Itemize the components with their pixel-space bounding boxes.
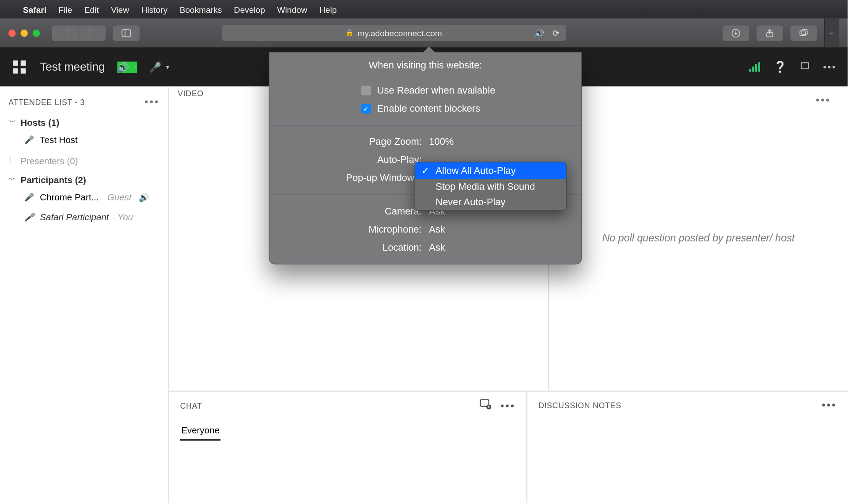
group-hosts[interactable]: ﹀ Hosts (1) [0, 111, 168, 130]
attendee-row[interactable]: 🎤 Chrome Part... Guest 🔊 [0, 187, 168, 207]
menu-window[interactable]: Window [277, 4, 307, 14]
menu-bookmarks[interactable]: Bookmarks [180, 4, 222, 14]
notes-pod-menu[interactable]: ••• [822, 399, 837, 412]
chat-pod-menu[interactable]: ••• [500, 400, 515, 413]
sidebar-icon [121, 28, 131, 38]
microphone-icon: 🎤 [24, 135, 34, 144]
tabs-button[interactable] [790, 25, 817, 41]
microphone-icon: 🎤 [24, 213, 34, 222]
poll-pod-menu[interactable]: ••• [816, 94, 831, 107]
meeting-title: Test meeting [40, 60, 105, 74]
microphone-icon: 🎤 [24, 192, 34, 202]
menu-view[interactable]: View [111, 4, 129, 14]
sound-indicator-icon[interactable]: 🔊 [534, 28, 544, 38]
group-hosts-label: Hosts (1) [21, 117, 60, 127]
adobe-connect-logo-icon [11, 59, 28, 75]
popup-windows-label: Pop-up Windows: [283, 173, 429, 184]
lock-icon: 🔒 [345, 29, 354, 37]
microphone-icon: 🎤 [149, 61, 161, 73]
svg-rect-6 [13, 60, 18, 66]
meeting-menu-button[interactable]: ••• [823, 62, 837, 73]
group-presenters[interactable]: 〉 Presenters (0) [0, 150, 168, 168]
chat-pod: CHAT ••• Everyone [169, 392, 527, 503]
menu-safari[interactable]: Safari [23, 4, 46, 14]
chevron-down-icon: ﹀ [8, 117, 15, 127]
tabs-icon [799, 28, 808, 38]
chat-pod-title: CHAT [180, 402, 202, 411]
speaker-control[interactable]: 🔊 ▾ [117, 61, 137, 73]
menu-file[interactable]: File [59, 4, 72, 14]
attendee-row[interactable]: 🎤 Test Host [0, 130, 168, 150]
video-pod-title: VIDEO [178, 89, 204, 98]
minimize-window-button[interactable] [21, 29, 28, 36]
fullscreen-button[interactable] [800, 61, 810, 73]
back-button[interactable]: 〈 [52, 25, 80, 41]
microphone-perm-value[interactable]: Ask [429, 224, 568, 235]
downloads-button[interactable] [723, 25, 749, 41]
content-blockers-label: Enable content blockers [377, 103, 481, 114]
autoplay-option-label: Never Auto-Play [435, 197, 505, 208]
notes-pod-title: DISCUSSION NOTES [538, 401, 621, 410]
poll-placeholder: No poll question posted by presenter/ ho… [602, 233, 795, 244]
autoplay-option-stop-sound[interactable]: Stop Media with Sound [415, 179, 566, 195]
attendee-tag: Guest [107, 192, 132, 202]
attendee-name: Test Host [40, 135, 78, 145]
location-value[interactable]: Ask [429, 242, 568, 253]
group-participants[interactable]: ﹀ Participants (2) [0, 169, 168, 187]
attendee-pod-title: ATTENDEE LIST - 3 [8, 98, 85, 107]
group-participants-label: Participants (2) [21, 174, 86, 184]
content-blockers-checkbox[interactable]: ✓ [361, 104, 371, 113]
close-window-button[interactable] [8, 29, 15, 36]
reload-icon[interactable]: ⟳ [553, 28, 560, 38]
menu-develop[interactable]: Develop [234, 4, 265, 14]
svg-rect-0 [122, 29, 130, 36]
share-button[interactable] [757, 25, 783, 41]
autoplay-dropdown[interactable]: ✓ Allow All Auto-Play Stop Media with So… [414, 162, 567, 211]
attendee-name: Chrome Part... [40, 192, 98, 202]
microphone-control[interactable]: 🎤 ▾ [149, 61, 169, 73]
forward-button[interactable]: 〉 [79, 25, 106, 41]
new-tab-button[interactable]: ＋ [824, 19, 839, 47]
page-zoom-value[interactable]: 100% [429, 136, 568, 147]
window-controls [8, 29, 40, 36]
address-text: my.adobeconnect.com [357, 28, 442, 38]
svg-rect-7 [21, 60, 26, 66]
autoplay-option-label: Allow All Auto-Play [435, 165, 515, 176]
svg-rect-8 [13, 68, 18, 74]
macos-menu-bar: Safari File Edit View History Bookmarks … [0, 0, 848, 19]
menu-edit[interactable]: Edit [84, 4, 99, 14]
sidebar-toggle-button[interactable] [113, 25, 140, 41]
attendee-tag: You [117, 212, 133, 222]
reader-checkbox[interactable] [361, 86, 371, 95]
zoom-window-button[interactable] [33, 29, 40, 36]
chat-plus-icon [480, 399, 492, 410]
speaking-icon: 🔊 [139, 192, 149, 202]
svg-rect-4 [800, 30, 805, 35]
new-chat-button[interactable] [480, 399, 492, 413]
autoplay-option-never[interactable]: Never Auto-Play [415, 194, 566, 210]
menu-history[interactable]: History [141, 4, 168, 14]
page-zoom-label: Page Zoom: [283, 136, 429, 147]
share-icon [765, 28, 775, 38]
chevron-down-icon: ▾ [134, 64, 137, 70]
chevron-down-icon: ﹀ [8, 174, 15, 184]
microphone-perm-label: Microphone: [283, 224, 429, 235]
website-settings-popover: When visiting this website: Use Reader w… [269, 52, 582, 265]
svg-rect-10 [801, 63, 808, 69]
menu-help[interactable]: Help [319, 4, 337, 14]
notes-pod: DISCUSSION NOTES ••• [527, 392, 848, 503]
safari-toolbar: 〈 〉 🔒 my.adobeconnect.com 🔊 ⟳ ＋ [0, 19, 848, 48]
attendee-pod: ATTENDEE LIST - 3 ••• ﹀ Hosts (1) 🎤 Test… [0, 87, 169, 503]
attendee-pod-menu[interactable]: ••• [144, 96, 159, 109]
address-bar[interactable]: 🔒 my.adobeconnect.com 🔊 ⟳ [222, 25, 566, 41]
attendee-row[interactable]: 🎤 Safari Participant You [0, 207, 168, 227]
svg-rect-9 [21, 68, 26, 74]
connection-status-icon[interactable] [750, 62, 761, 72]
autoplay-option-allow-all[interactable]: ✓ Allow All Auto-Play [415, 162, 566, 179]
chevron-down-icon: ▾ [166, 64, 169, 70]
fullscreen-icon [800, 61, 810, 71]
reader-label: Use Reader when available [377, 85, 496, 96]
autoplay-option-label: Stop Media with Sound [435, 181, 535, 192]
chat-tab-everyone[interactable]: Everyone [180, 421, 221, 441]
help-button[interactable]: ❔ [773, 60, 787, 74]
